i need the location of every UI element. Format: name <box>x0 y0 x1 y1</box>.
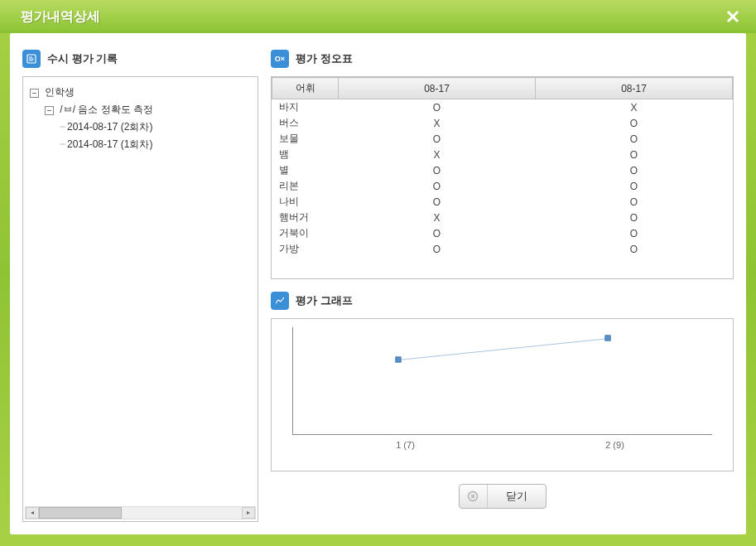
table-row: 바지OX <box>272 99 733 116</box>
tree-root-label[interactable]: 인학생 <box>45 86 75 98</box>
table-row: 거북이OO <box>272 225 733 241</box>
close-button-label: 닫기 <box>488 489 546 504</box>
note-icon <box>22 50 41 68</box>
table-row: 리본OO <box>272 178 733 194</box>
graph-section-title: 평가 그래프 <box>296 293 353 308</box>
scroll-right-icon[interactable]: ▸ <box>242 507 255 519</box>
assessment-table: 어휘 08-17 08-17 바지OX버스XO보물OO뱀XO별OO리본OO나비O… <box>271 76 734 279</box>
cell-word: 가방 <box>272 241 339 257</box>
table-row: 햄버거XO <box>272 210 733 225</box>
cell-word: 햄버거 <box>272 210 339 225</box>
record-section-title: 수시 평가 기록 <box>47 51 118 66</box>
close-button[interactable]: 닫기 <box>459 484 547 509</box>
table-header-col1: 08-17 <box>339 78 536 99</box>
tree-node-label[interactable]: /ㅂ/ 음소 정확도 측정 <box>60 104 153 115</box>
cell-result: O <box>339 225 536 241</box>
horizontal-scrollbar[interactable]: ◂ ▸ <box>25 506 256 519</box>
cell-result: O <box>536 241 733 257</box>
cell-result: O <box>339 241 536 257</box>
tree-view[interactable]: − 인학생 − /ㅂ/ 음소 정확도 측정 2014-08-17 (2회차)20… <box>22 76 258 522</box>
table-row: 나비OO <box>272 194 733 210</box>
cell-word: 보물 <box>272 131 339 147</box>
chart-point <box>395 356 401 362</box>
cell-result: O <box>536 162 733 178</box>
table-row: 보물OO <box>272 131 733 147</box>
cell-word: 리본 <box>272 178 339 194</box>
chart-icon <box>271 292 289 310</box>
assessment-chart: 1 (7)2 (9) <box>271 318 734 471</box>
cell-result: O <box>536 225 733 241</box>
chart-line <box>397 338 607 360</box>
chart-x-label: 1 (7) <box>396 440 415 450</box>
titlebar: 평가내역상세 <box>0 0 756 33</box>
close-button-icon <box>460 484 488 509</box>
table-header-col2: 08-17 <box>536 78 733 99</box>
cell-result: O <box>339 162 536 178</box>
tree-leaf[interactable]: 2014-08-17 (1회차) <box>60 136 251 153</box>
scroll-left-icon[interactable]: ◂ <box>26 507 39 519</box>
cell-result: O <box>536 115 733 131</box>
cell-result: O <box>536 194 733 210</box>
cell-result: X <box>339 147 536 162</box>
table-row: 뱀XO <box>272 147 733 162</box>
cell-result: O <box>339 178 536 194</box>
cell-word: 바지 <box>272 99 339 116</box>
table-row: 가방OO <box>272 241 733 257</box>
cell-word: 나비 <box>272 194 339 210</box>
cell-word: 별 <box>272 162 339 178</box>
tree-leaf[interactable]: 2014-08-17 (2회차) <box>60 118 251 136</box>
chart-point <box>604 335 610 341</box>
tree-toggle-icon[interactable]: − <box>45 106 54 115</box>
chart-x-label: 2 (9) <box>605 440 624 450</box>
cell-word: 거북이 <box>272 225 339 241</box>
cell-result: O <box>339 131 536 147</box>
cell-result: X <box>536 99 733 116</box>
scroll-thumb[interactable] <box>39 507 122 519</box>
cell-result: X <box>339 210 536 225</box>
table-header-word: 어휘 <box>272 78 339 99</box>
cell-result: O <box>536 147 733 162</box>
table-row: 별OO <box>272 162 733 178</box>
cell-word: 뱀 <box>272 147 339 162</box>
record-section-header: 수시 평가 기록 <box>22 50 258 68</box>
cell-result: O <box>339 194 536 210</box>
table-section-header: O× 평가 정오표 <box>271 50 734 68</box>
cell-word: 버스 <box>272 115 339 131</box>
cell-result: O <box>339 99 536 116</box>
cell-result: O <box>536 178 733 194</box>
table-section-title: 평가 정오표 <box>296 51 353 66</box>
ox-icon: O× <box>271 50 289 68</box>
cell-result: O <box>536 131 733 147</box>
close-icon[interactable] <box>722 6 744 27</box>
window-title: 평가내역상세 <box>21 8 100 26</box>
table-row: 버스XO <box>272 115 733 131</box>
cell-result: O <box>536 210 733 225</box>
tree-toggle-icon[interactable]: − <box>30 89 39 98</box>
graph-section-header: 평가 그래프 <box>271 292 734 310</box>
cell-result: X <box>339 115 536 131</box>
